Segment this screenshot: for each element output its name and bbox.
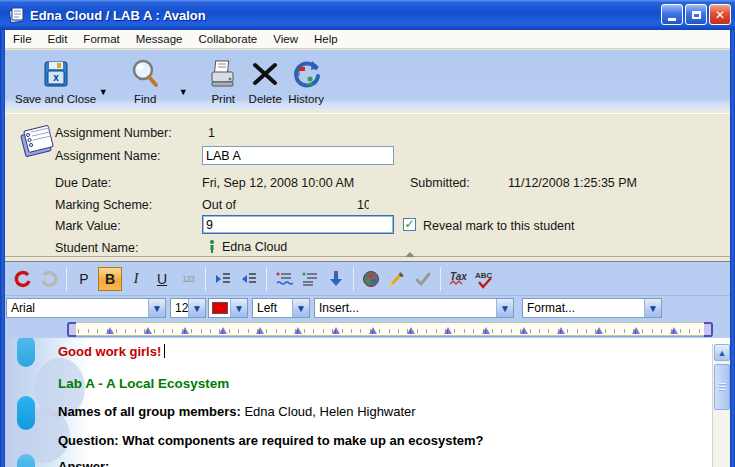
history-icon (289, 57, 323, 91)
ruler-tab-marker[interactable] (632, 327, 640, 334)
highlight-tool-button[interactable] (385, 267, 409, 291)
undo-icon (14, 270, 32, 288)
ruler-tab-marker[interactable] (595, 327, 603, 334)
menu-collaborate[interactable]: Collaborate (190, 31, 265, 47)
paragraph-style-button[interactable] (272, 267, 296, 291)
toolbar-separator (353, 267, 354, 291)
chevron-down-icon: ▼ (292, 299, 309, 317)
ruler-tab-marker[interactable] (106, 327, 114, 334)
find-label: Find (134, 93, 156, 105)
spellcheck-button[interactable]: ABC (472, 267, 496, 291)
underline-button[interactable]: U (150, 267, 174, 291)
format-select[interactable]: Format...▼ (522, 298, 662, 318)
menu-help[interactable]: Help (306, 31, 346, 47)
maximize-button[interactable] (685, 4, 707, 25)
paragraph-style-icon (275, 270, 293, 288)
menu-file[interactable]: File (5, 31, 40, 47)
scrollbar-thumb[interactable] (714, 364, 730, 410)
delete-label: Delete (249, 93, 282, 105)
ruler-tab-marker[interactable] (520, 327, 528, 334)
italic-button[interactable]: I (124, 267, 148, 291)
window-title: Edna Cloud / LAB A : Avalon (30, 8, 206, 23)
find-button[interactable]: Find (128, 57, 162, 105)
font-select-value: Arial (7, 301, 148, 315)
indent-increase-button[interactable] (211, 267, 235, 291)
ruler-tab-marker[interactable] (407, 327, 415, 334)
eyedropper-icon (388, 270, 406, 288)
scroll-up-button[interactable]: ▲ (714, 344, 730, 361)
typewriter-button[interactable]: 123 (176, 267, 200, 291)
members-line: Names of all group members: Edna Cloud, … (58, 404, 416, 419)
insert-select[interactable]: Insert...▼ (314, 298, 514, 318)
print-icon (206, 57, 240, 91)
spellcheck-as-you-type-button[interactable]: Tax (446, 267, 470, 291)
find-dropdown-arrow[interactable]: ▼ (176, 87, 190, 97)
spellcheck-live-icon: Tax (448, 269, 468, 289)
redo-button[interactable] (37, 267, 61, 291)
spellcheck-icon: ABC (474, 269, 494, 289)
application-window: Edna Cloud / LAB A : Avalon ✕ File Edit … (0, 0, 735, 467)
text-color-select[interactable]: ▼ (208, 298, 248, 318)
ruler-tab-marker[interactable] (444, 327, 452, 334)
print-button[interactable]: Print (206, 57, 240, 105)
menu-format[interactable]: Format (75, 31, 127, 47)
ruler-tab-marker[interactable] (332, 327, 340, 334)
ruler-tab-marker[interactable] (256, 327, 264, 334)
title-bar[interactable]: Edna Cloud / LAB A : Avalon ✕ (0, 0, 735, 30)
indent-decrease-icon (240, 270, 258, 288)
ruler-tab-marker[interactable] (181, 327, 189, 334)
ruler-tab-marker[interactable] (482, 327, 490, 334)
down-arrow-icon (328, 270, 344, 288)
ruler-tab-marker[interactable] (670, 327, 678, 334)
format-toolbar: P B I U 123 (5, 262, 730, 296)
history-button[interactable]: History (288, 57, 324, 105)
answer-label: Answer: (58, 459, 109, 467)
window-border-right (730, 30, 735, 467)
font-size-value: 12 (171, 301, 188, 315)
ruler-tab-marker[interactable] (144, 327, 152, 334)
history-label: History (288, 93, 324, 105)
maximize-icon (692, 11, 701, 19)
menu-view[interactable]: View (265, 31, 306, 47)
minimize-button[interactable] (661, 4, 683, 25)
font-size-select[interactable]: 12▼ (170, 298, 206, 318)
left-margin-marker[interactable] (67, 322, 76, 337)
ruler[interactable] (68, 322, 712, 336)
align-select[interactable]: Left▼ (252, 298, 310, 318)
ruler-tab-marker[interactable] (369, 327, 377, 334)
format-dropdown-row: Arial▼ 12▼ ▼ Left▼ Insert...▼ Format...▼ (5, 296, 730, 320)
delete-button[interactable]: Delete (248, 57, 282, 105)
apply-style-button[interactable] (411, 267, 435, 291)
assignment-name-input[interactable] (202, 146, 394, 165)
ruler-tab-marker[interactable] (294, 327, 302, 334)
indent-decrease-button[interactable] (237, 267, 261, 291)
undo-button[interactable] (11, 267, 35, 291)
ruler-tab-marker[interactable] (557, 327, 565, 334)
save-dropdown-arrow[interactable]: ▼ (96, 87, 110, 97)
font-select[interactable]: Arial▼ (6, 298, 166, 318)
document-area[interactable]: Good work girls! Lab A - A Local Ecosyst… (5, 338, 730, 467)
redo-icon (40, 270, 58, 288)
move-down-button[interactable] (324, 267, 348, 291)
right-margin-marker[interactable] (704, 322, 713, 337)
color-wheel-icon (362, 270, 380, 288)
menu-message[interactable]: Message (128, 31, 191, 47)
reveal-mark-checkbox[interactable]: ✓ (403, 218, 416, 231)
color-wheel-button[interactable] (359, 267, 383, 291)
student-name-value: Edna Cloud (208, 240, 287, 254)
bold-button[interactable]: B (98, 267, 122, 291)
chevron-down-icon: ▼ (148, 299, 165, 317)
menu-edit[interactable]: Edit (40, 31, 76, 47)
svg-text:Tax: Tax (450, 271, 467, 282)
vertical-scrollbar[interactable]: ▲ (712, 344, 730, 467)
mark-value-input[interactable] (202, 215, 394, 234)
close-button[interactable]: ✕ (709, 4, 731, 25)
toolbar-separator (266, 267, 267, 291)
scroll-up-icon: ▲ (718, 348, 727, 358)
list-style-button[interactable] (298, 267, 322, 291)
save-and-close-button[interactable]: x Save and Close (15, 57, 96, 105)
ruler-tab-marker[interactable] (219, 327, 227, 334)
splitter-collapse-icon[interactable] (405, 252, 415, 257)
plain-style-button[interactable]: P (72, 267, 96, 291)
members-label: Names of all group members: (58, 404, 241, 419)
